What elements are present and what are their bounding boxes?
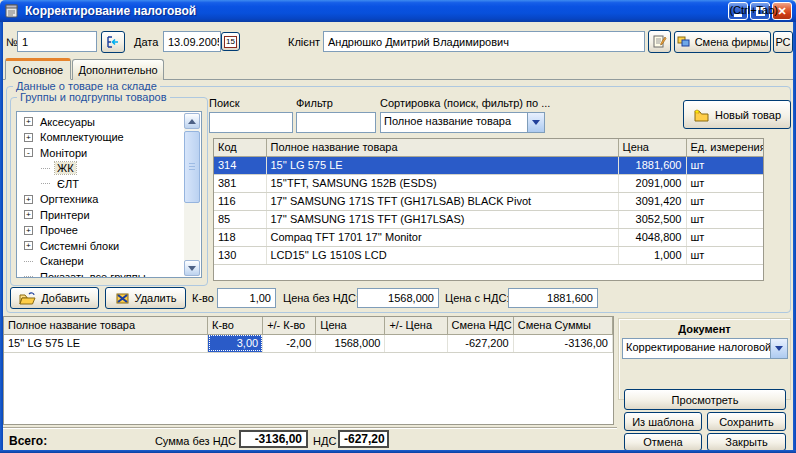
column-header[interactable]: К-во [208, 317, 263, 334]
grid-cell[interactable]: 118 [214, 228, 266, 246]
grid-cell[interactable]: шт [686, 174, 763, 192]
column-header[interactable]: Код [214, 139, 266, 156]
tree-item[interactable]: Показать все группы [17, 269, 184, 277]
products-grid[interactable]: КодПолное название товараЦенаЕд. измерен… [213, 138, 764, 281]
grid-cell[interactable]: 1881,600 [618, 156, 686, 174]
tree-item[interactable]: +Аксесуары [17, 114, 184, 130]
scroll-up-icon[interactable] [184, 113, 200, 129]
doc-item-row[interactable]: 15'' LG 575 LE3,00-2,001568,000-627,200-… [4, 334, 613, 352]
expand-icon[interactable]: + [24, 133, 33, 142]
date-input[interactable] [163, 31, 221, 52]
tab-main[interactable]: Основное [5, 58, 71, 80]
grid-cell[interactable]: 2091,000 [618, 174, 686, 192]
document-type-select[interactable]: Корректирование налоговой [622, 338, 788, 359]
grid-cell[interactable]: LCD15'' LG 1510S LCD [266, 246, 618, 264]
tree-item[interactable]: -Монітори [17, 145, 184, 161]
column-header[interactable]: Ед. измерения [686, 139, 763, 156]
grid-cell[interactable]: 116 [214, 192, 266, 210]
product-row[interactable]: 130LCD15'' LG 1510S LCD1,000шт [214, 246, 763, 264]
grid-cell[interactable]: 3052,500 [618, 210, 686, 228]
grid-cell[interactable]: 1,000 [618, 246, 686, 264]
tree-item[interactable]: ЄЛТ [17, 176, 184, 192]
filter-input[interactable] [296, 112, 376, 133]
client-input[interactable] [323, 31, 645, 52]
grid-cell[interactable]: шт [686, 228, 763, 246]
preview-button[interactable]: Просмотреть [624, 389, 786, 410]
grid-cell[interactable]: 4048,800 [618, 228, 686, 246]
chevron-down-icon[interactable] [527, 113, 544, 132]
grid-cell[interactable]: -3136,00 [513, 334, 612, 352]
grid-cell[interactable]: 85 [214, 210, 266, 228]
expand-icon[interactable]: + [24, 241, 33, 250]
grid-cell[interactable]: -627,200 [447, 334, 513, 352]
grid-cell[interactable]: 314 [214, 156, 266, 174]
tree-item[interactable]: Сканери [17, 254, 184, 270]
grid-cell[interactable]: 17'' SAMSUNG 171S TFT (GH17LSAS) [266, 210, 618, 228]
grid-cell[interactable]: -2,00 [263, 334, 316, 352]
grid-cell[interactable] [385, 334, 447, 352]
grid-cell[interactable]: 15''TFT, SAMSUNG 152B (ESDS) [266, 174, 618, 192]
product-row[interactable]: 8517'' SAMSUNG 171S TFT (GH17LSAS)3052,5… [214, 210, 763, 228]
add-button[interactable]: Добавить [10, 287, 99, 309]
tree-item[interactable]: +Системні блоки [17, 238, 184, 254]
new-product-button[interactable]: Новый товар [683, 100, 791, 129]
expand-icon[interactable]: + [24, 117, 33, 126]
product-row[interactable]: 31415'' LG 575 LE1881,600шт [214, 156, 763, 174]
edit-client-button[interactable] [648, 30, 671, 53]
grid-cell[interactable]: 3091,420 [618, 192, 686, 210]
expand-icon[interactable]: + [24, 210, 33, 219]
tree-item[interactable]: +Прочее [17, 223, 184, 239]
pick-number-button[interactable] [101, 31, 125, 53]
column-header[interactable]: Полное название товара [4, 317, 208, 334]
calendar-button[interactable]: 15 [221, 32, 240, 51]
tree-item[interactable]: ЖК [17, 161, 184, 177]
sort-select[interactable]: Полное название товара [380, 112, 545, 133]
expand-icon[interactable]: + [24, 226, 33, 235]
grid-cell[interactable]: шт [686, 192, 763, 210]
grid-cell[interactable]: шт [686, 210, 763, 228]
chevron-down-icon[interactable] [770, 339, 787, 358]
price-no-vat-input[interactable] [357, 288, 439, 308]
column-header[interactable]: +/- Цена [385, 317, 447, 334]
price-vat-input[interactable] [508, 288, 598, 308]
titlebar[interactable]: Корректирование налоговой ✕ [0, 0, 796, 22]
grid-cell[interactable]: 17'' SAMSUNG 171S TFT (GH17LSAB) BLACK P… [266, 192, 618, 210]
product-row[interactable]: 38115''TFT, SAMSUNG 152B (ESDS)2091,000ш… [214, 174, 763, 192]
tab-additional[interactable]: Дополнительно [72, 59, 164, 80]
change-firm-button[interactable]: Смена фирмы [674, 31, 771, 53]
grid-cell[interactable]: 15'' LG 575 LE [266, 156, 618, 174]
qty-input[interactable] [217, 288, 276, 308]
column-header[interactable]: Смена НДС [447, 317, 513, 334]
grid-cell[interactable]: 130 [214, 246, 266, 264]
column-header[interactable]: Полное название товара [266, 139, 618, 156]
doc-items-grid[interactable]: Полное название товараК-во+/- К-воЦена+/… [3, 316, 614, 425]
grid-cell[interactable]: шт [686, 246, 763, 264]
column-header[interactable]: Цена [316, 317, 385, 334]
grid-cell[interactable]: шт [686, 156, 763, 174]
cancel-button[interactable]: Отмена [624, 433, 702, 451]
tree-item[interactable]: +Принтери [17, 207, 184, 223]
scroll-down-icon[interactable] [184, 260, 200, 276]
grid-cell[interactable]: 3,00 [208, 334, 263, 352]
search-input[interactable] [209, 112, 293, 133]
column-header[interactable]: Смена Суммы [513, 317, 612, 334]
grid-cell[interactable]: 15'' LG 575 LE [4, 334, 208, 352]
expand-icon[interactable]: + [24, 195, 33, 204]
tree-item[interactable]: +Комплектующие [17, 130, 184, 146]
column-header[interactable]: +/- К-во [263, 317, 316, 334]
tree-scrollbar[interactable] [184, 113, 200, 276]
pc-button[interactable]: РС [773, 31, 793, 53]
close-doc-button[interactable]: Закрыть [707, 433, 786, 451]
product-row[interactable]: 11617'' SAMSUNG 171S TFT (GH17LSAB) BLAC… [214, 192, 763, 210]
from-template-button[interactable]: Из шаблона [624, 412, 702, 431]
grid-cell[interactable]: 381 [214, 174, 266, 192]
grid-cell[interactable]: 1568,000 [316, 334, 385, 352]
column-header[interactable]: Цена [618, 139, 686, 156]
collapse-icon[interactable]: - [24, 148, 33, 157]
tree-item[interactable]: +Оргтехника [17, 192, 184, 208]
product-row[interactable]: 118Compaq TFT 1701 17'' Monitor4048,800ш… [214, 228, 763, 246]
save-button[interactable]: Сохранить [707, 412, 786, 431]
scrollbar-thumb[interactable] [184, 131, 200, 203]
grid-cell[interactable]: Compaq TFT 1701 17'' Monitor [266, 228, 618, 246]
delete-button[interactable]: Удалить [105, 287, 186, 309]
